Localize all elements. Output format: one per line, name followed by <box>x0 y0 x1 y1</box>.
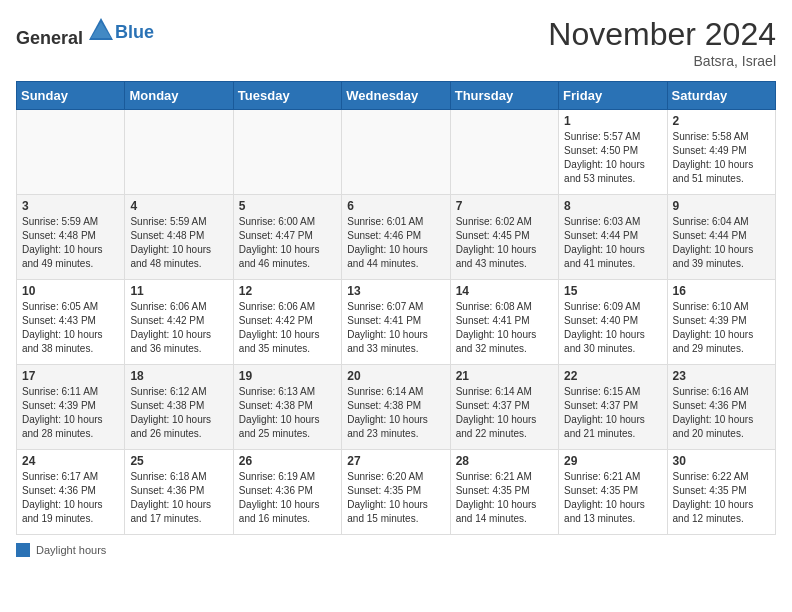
table-row: 8Sunrise: 6:03 AM Sunset: 4:44 PM Daylig… <box>559 195 667 280</box>
table-row <box>125 110 233 195</box>
table-row: 5Sunrise: 6:00 AM Sunset: 4:47 PM Daylig… <box>233 195 341 280</box>
day-info: Sunrise: 6:09 AM Sunset: 4:40 PM Dayligh… <box>564 300 661 356</box>
day-header-sunday: Sunday <box>17 82 125 110</box>
table-row: 25Sunrise: 6:18 AM Sunset: 4:36 PM Dayli… <box>125 450 233 535</box>
legend-label: Daylight hours <box>36 544 106 556</box>
day-number: 15 <box>564 284 661 298</box>
table-row: 21Sunrise: 6:14 AM Sunset: 4:37 PM Dayli… <box>450 365 558 450</box>
table-row: 14Sunrise: 6:08 AM Sunset: 4:41 PM Dayli… <box>450 280 558 365</box>
day-number: 17 <box>22 369 119 383</box>
day-number: 11 <box>130 284 227 298</box>
table-row: 30Sunrise: 6:22 AM Sunset: 4:35 PM Dayli… <box>667 450 775 535</box>
day-info: Sunrise: 6:22 AM Sunset: 4:35 PM Dayligh… <box>673 470 770 526</box>
day-number: 1 <box>564 114 661 128</box>
day-info: Sunrise: 6:06 AM Sunset: 4:42 PM Dayligh… <box>239 300 336 356</box>
table-row <box>342 110 450 195</box>
svg-marker-1 <box>91 22 111 38</box>
month-title: November 2024 <box>548 16 776 53</box>
day-info: Sunrise: 6:17 AM Sunset: 4:36 PM Dayligh… <box>22 470 119 526</box>
legend: Daylight hours <box>16 543 106 557</box>
table-row <box>233 110 341 195</box>
day-info: Sunrise: 6:01 AM Sunset: 4:46 PM Dayligh… <box>347 215 444 271</box>
day-number: 18 <box>130 369 227 383</box>
day-number: 7 <box>456 199 553 213</box>
day-info: Sunrise: 6:05 AM Sunset: 4:43 PM Dayligh… <box>22 300 119 356</box>
day-info: Sunrise: 6:21 AM Sunset: 4:35 PM Dayligh… <box>456 470 553 526</box>
table-row: 19Sunrise: 6:13 AM Sunset: 4:38 PM Dayli… <box>233 365 341 450</box>
logo-text: General <box>16 16 115 49</box>
day-info: Sunrise: 6:10 AM Sunset: 4:39 PM Dayligh… <box>673 300 770 356</box>
day-number: 2 <box>673 114 770 128</box>
table-row: 2Sunrise: 5:58 AM Sunset: 4:49 PM Daylig… <box>667 110 775 195</box>
table-row <box>17 110 125 195</box>
table-row: 13Sunrise: 6:07 AM Sunset: 4:41 PM Dayli… <box>342 280 450 365</box>
table-row: 17Sunrise: 6:11 AM Sunset: 4:39 PM Dayli… <box>17 365 125 450</box>
table-row: 9Sunrise: 6:04 AM Sunset: 4:44 PM Daylig… <box>667 195 775 280</box>
day-number: 22 <box>564 369 661 383</box>
day-info: Sunrise: 6:02 AM Sunset: 4:45 PM Dayligh… <box>456 215 553 271</box>
day-info: Sunrise: 6:06 AM Sunset: 4:42 PM Dayligh… <box>130 300 227 356</box>
day-number: 25 <box>130 454 227 468</box>
table-row: 20Sunrise: 6:14 AM Sunset: 4:38 PM Dayli… <box>342 365 450 450</box>
day-number: 27 <box>347 454 444 468</box>
table-row: 15Sunrise: 6:09 AM Sunset: 4:40 PM Dayli… <box>559 280 667 365</box>
day-header-friday: Friday <box>559 82 667 110</box>
day-number: 13 <box>347 284 444 298</box>
calendar-week-row: 1Sunrise: 5:57 AM Sunset: 4:50 PM Daylig… <box>17 110 776 195</box>
day-info: Sunrise: 6:20 AM Sunset: 4:35 PM Dayligh… <box>347 470 444 526</box>
day-info: Sunrise: 6:18 AM Sunset: 4:36 PM Dayligh… <box>130 470 227 526</box>
day-info: Sunrise: 6:14 AM Sunset: 4:38 PM Dayligh… <box>347 385 444 441</box>
table-row: 22Sunrise: 6:15 AM Sunset: 4:37 PM Dayli… <box>559 365 667 450</box>
day-info: Sunrise: 6:21 AM Sunset: 4:35 PM Dayligh… <box>564 470 661 526</box>
day-info: Sunrise: 5:58 AM Sunset: 4:49 PM Dayligh… <box>673 130 770 186</box>
day-number: 12 <box>239 284 336 298</box>
table-row: 16Sunrise: 6:10 AM Sunset: 4:39 PM Dayli… <box>667 280 775 365</box>
day-info: Sunrise: 6:08 AM Sunset: 4:41 PM Dayligh… <box>456 300 553 356</box>
logo-general: General <box>16 28 83 48</box>
day-info: Sunrise: 5:59 AM Sunset: 4:48 PM Dayligh… <box>130 215 227 271</box>
day-number: 29 <box>564 454 661 468</box>
day-info: Sunrise: 6:15 AM Sunset: 4:37 PM Dayligh… <box>564 385 661 441</box>
calendar-week-row: 17Sunrise: 6:11 AM Sunset: 4:39 PM Dayli… <box>17 365 776 450</box>
day-info: Sunrise: 5:59 AM Sunset: 4:48 PM Dayligh… <box>22 215 119 271</box>
day-header-wednesday: Wednesday <box>342 82 450 110</box>
day-number: 24 <box>22 454 119 468</box>
table-row: 18Sunrise: 6:12 AM Sunset: 4:38 PM Dayli… <box>125 365 233 450</box>
day-info: Sunrise: 6:11 AM Sunset: 4:39 PM Dayligh… <box>22 385 119 441</box>
table-row: 6Sunrise: 6:01 AM Sunset: 4:46 PM Daylig… <box>342 195 450 280</box>
table-row: 27Sunrise: 6:20 AM Sunset: 4:35 PM Dayli… <box>342 450 450 535</box>
table-row: 24Sunrise: 6:17 AM Sunset: 4:36 PM Dayli… <box>17 450 125 535</box>
day-number: 9 <box>673 199 770 213</box>
table-row <box>450 110 558 195</box>
logo-blue: Blue <box>115 22 154 43</box>
logo: General Blue <box>16 16 154 49</box>
table-row: 4Sunrise: 5:59 AM Sunset: 4:48 PM Daylig… <box>125 195 233 280</box>
page-header: General Blue November 2024 Batsra, Israe… <box>16 16 776 69</box>
day-number: 14 <box>456 284 553 298</box>
day-number: 26 <box>239 454 336 468</box>
day-number: 3 <box>22 199 119 213</box>
day-header-thursday: Thursday <box>450 82 558 110</box>
calendar-table: SundayMondayTuesdayWednesdayThursdayFrid… <box>16 81 776 535</box>
logo-icon <box>87 16 115 44</box>
table-row: 12Sunrise: 6:06 AM Sunset: 4:42 PM Dayli… <box>233 280 341 365</box>
day-info: Sunrise: 6:12 AM Sunset: 4:38 PM Dayligh… <box>130 385 227 441</box>
day-number: 28 <box>456 454 553 468</box>
day-info: Sunrise: 6:16 AM Sunset: 4:36 PM Dayligh… <box>673 385 770 441</box>
day-info: Sunrise: 5:57 AM Sunset: 4:50 PM Dayligh… <box>564 130 661 186</box>
calendar-week-row: 24Sunrise: 6:17 AM Sunset: 4:36 PM Dayli… <box>17 450 776 535</box>
table-row: 7Sunrise: 6:02 AM Sunset: 4:45 PM Daylig… <box>450 195 558 280</box>
day-info: Sunrise: 6:04 AM Sunset: 4:44 PM Dayligh… <box>673 215 770 271</box>
day-number: 8 <box>564 199 661 213</box>
table-row: 23Sunrise: 6:16 AM Sunset: 4:36 PM Dayli… <box>667 365 775 450</box>
day-number: 19 <box>239 369 336 383</box>
day-number: 10 <box>22 284 119 298</box>
day-number: 5 <box>239 199 336 213</box>
day-info: Sunrise: 6:13 AM Sunset: 4:38 PM Dayligh… <box>239 385 336 441</box>
calendar-footer: Daylight hours <box>16 543 776 557</box>
day-info: Sunrise: 6:07 AM Sunset: 4:41 PM Dayligh… <box>347 300 444 356</box>
day-number: 16 <box>673 284 770 298</box>
table-row: 29Sunrise: 6:21 AM Sunset: 4:35 PM Dayli… <box>559 450 667 535</box>
table-row: 10Sunrise: 6:05 AM Sunset: 4:43 PM Dayli… <box>17 280 125 365</box>
legend-color-box <box>16 543 30 557</box>
